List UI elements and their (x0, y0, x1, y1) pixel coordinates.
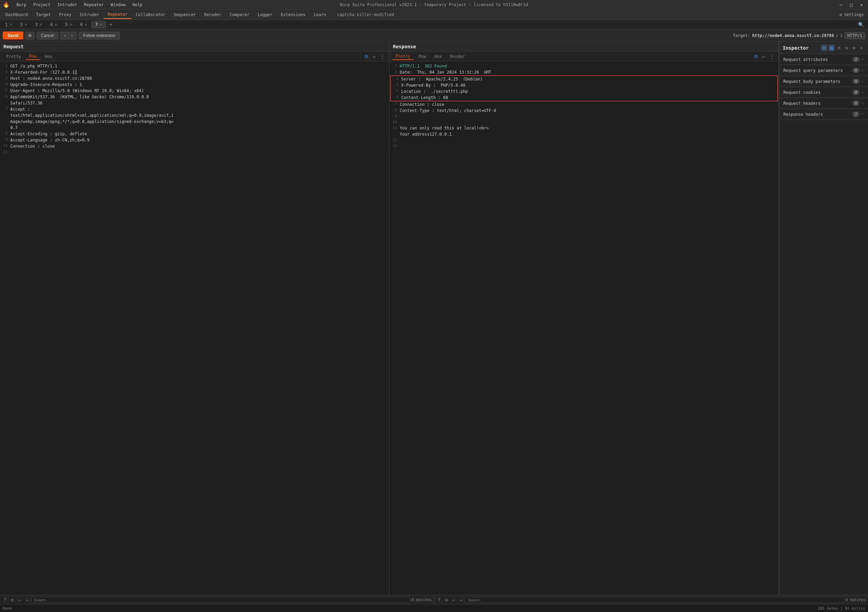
nav-settings[interactable]: ⚙ Settings (837, 12, 866, 17)
response-tab-pretty[interactable]: Pretty (392, 53, 414, 60)
request-help-btn[interactable]: ? (2, 597, 8, 603)
response-copy-icon[interactable]: ⧉ (753, 53, 759, 60)
request-line-2: 2 X-Forwarded-For :127.0.0.1 (0, 69, 389, 75)
target-help-icon[interactable]: ℹ (841, 33, 842, 38)
follow-redirection-button[interactable]: Follow redirection (79, 32, 120, 39)
inspector-request-attributes[interactable]: Request attributes 2 › (779, 54, 868, 65)
http-version-badge[interactable]: HTTP/1 (844, 32, 865, 39)
inspector-response-headers[interactable]: Response headers 7 › (779, 109, 868, 120)
edit-target-icon[interactable]: ✏ (836, 33, 838, 38)
response-forward-btn[interactable]: → (458, 597, 464, 603)
request-back-btn[interactable]: ← (16, 597, 22, 603)
response-help-btn[interactable]: ? (436, 597, 442, 603)
tab-search-icon[interactable]: 🔍 (855, 22, 866, 27)
request-code-area[interactable]: 1 GET /a.php HTTP/1.1 2 X-Forwarded-For … (0, 62, 389, 595)
request-search-input[interactable] (31, 597, 410, 603)
nav-dashboard[interactable]: Dashboard (2, 11, 32, 19)
request-tab-hex[interactable]: Hex (42, 53, 56, 60)
inspector-gear-icon[interactable]: ⚙ (851, 45, 857, 51)
nav-comparer[interactable]: Comparer (225, 11, 253, 19)
request-copy-icon[interactable]: ⧉ (363, 53, 370, 60)
inspector-grid1-icon[interactable]: ▦ (829, 45, 835, 51)
nav-bar: Dashboard Target Proxy Intruder Repeater… (0, 9, 868, 20)
tab-5[interactable]: 5× (61, 21, 76, 28)
request-line-11: 11 (0, 149, 389, 155)
status-size: 283 bytes | 91 millis (818, 606, 865, 610)
inspector-align-icon[interactable]: ≡ (836, 45, 842, 51)
nav-repeater[interactable]: Repeater (104, 11, 132, 19)
nav-target[interactable]: Target (32, 11, 55, 19)
send-settings-button[interactable]: ⚙ (25, 32, 35, 39)
nav-extensions[interactable]: Extensions (277, 11, 310, 19)
tab-1[interactable]: 1× (2, 21, 16, 28)
inspector-close-icon[interactable]: ✕ (859, 45, 865, 51)
menu-burp[interactable]: Burp (13, 2, 30, 8)
tab-7[interactable]: 7× (91, 21, 106, 28)
menu-intruder[interactable]: Intruder (54, 2, 81, 8)
title-bar-menu: Burp Project Intruder Repeater Window He… (13, 2, 146, 8)
nav-forward-icon[interactable]: › (70, 33, 74, 38)
inspector-query-params[interactable]: Request query parameters 0 › (779, 65, 868, 76)
target-url: http://node4.anna.nssctf.cn:28780 (752, 33, 834, 38)
send-button[interactable]: Send (3, 31, 23, 39)
inspector-body-params[interactable]: Request body parameters 0 › (779, 76, 868, 87)
nav-back-forward[interactable]: ‹ | › (60, 32, 77, 39)
status-done: Done (3, 606, 12, 610)
tab-6[interactable]: 6× (76, 21, 91, 28)
tab-add-button[interactable]: + (107, 20, 115, 28)
maximize-button[interactable]: □ (848, 1, 855, 9)
request-line-4: 4 Upgrade-Insecure-Requests : 1 (0, 82, 389, 88)
response-search-input[interactable] (465, 597, 844, 603)
response-back-btn[interactable]: ← (451, 597, 457, 603)
request-forward-btn[interactable]: → (24, 597, 30, 603)
inspector-cookies[interactable]: Request cookies 0 › (779, 87, 868, 98)
inspector-chevron-icon: › (862, 57, 864, 62)
nav-collaborator[interactable]: Collaborator (132, 11, 170, 19)
inspector-request-headers[interactable]: Request headers 8 › (779, 98, 868, 109)
inspector-chevron-icon: › (862, 112, 864, 116)
menu-window[interactable]: Window (107, 2, 129, 8)
response-line-4: 4 X-Powered-By : PHP/5.6.40 (391, 82, 777, 88)
inspector-chevron-icon: › (862, 90, 864, 95)
request-line-6b: Safari/537.36 (0, 100, 389, 106)
nav-extension-captcha[interactable]: captcha-killer-modified (333, 11, 398, 19)
response-tab-raw[interactable]: Raw (415, 53, 429, 60)
tab-2[interactable]: 2× (16, 21, 31, 28)
nav-sequencer[interactable]: Sequencer (170, 11, 200, 19)
request-line-9: 9 Accept-Language : zh-CN,zh;q=0.9 (0, 137, 389, 143)
menu-repeater[interactable]: Repeater (81, 2, 107, 8)
request-wrap-icon[interactable]: ↵ (371, 53, 377, 60)
response-line-11b: Your address127.0.0.1 (389, 131, 779, 137)
request-bottom-bar: ? ⚙ ← → 0 matches (0, 595, 434, 604)
menu-help[interactable]: Help (129, 2, 146, 8)
nav-decoder[interactable]: Decoder (200, 11, 226, 19)
response-tab-render[interactable]: Render (447, 53, 468, 60)
tab-4[interactable]: 4× (46, 21, 61, 28)
inspector-sort-icon[interactable]: ⇅ (844, 45, 850, 51)
request-more-icon[interactable]: ⋮ (378, 53, 386, 60)
close-button[interactable]: ✕ (858, 1, 865, 9)
request-settings-btn[interactable]: ⚙ (9, 597, 15, 603)
cancel-button[interactable]: Cancel (37, 32, 58, 39)
nav-learn[interactable]: Learn (310, 11, 330, 19)
nav-intruder[interactable]: Intruder (76, 11, 104, 19)
inspector-grid2-icon[interactable]: ⊞ (821, 45, 827, 51)
response-line-13: 13 (389, 143, 779, 149)
inspector-chevron-icon: › (862, 68, 864, 73)
main-content: Request Pretty Raw Hex ⧉ ↵ ⋮ 1 GET /a.ph… (0, 42, 868, 595)
tab-3[interactable]: 3× (31, 21, 46, 28)
request-tab-pretty[interactable]: Pretty (3, 53, 24, 60)
nav-back-icon[interactable]: ‹ (63, 33, 67, 38)
response-wrap-icon[interactable]: ↵ (760, 53, 767, 60)
response-highlight-box: 3 Server : Apache/2.4.25 (Debian) 4 X-Po… (390, 75, 778, 101)
minimize-button[interactable]: ─ (837, 1, 845, 9)
menu-project[interactable]: Project (30, 2, 54, 8)
response-tab-hex[interactable]: Hex (431, 53, 445, 60)
request-tab-raw[interactable]: Raw (26, 53, 40, 60)
nav-proxy[interactable]: Proxy (55, 11, 75, 19)
response-more-icon[interactable]: ⋮ (768, 53, 776, 60)
response-code-area[interactable]: 1 HTTP/1.1 302 Found 2 Date: Thu, 04 Jan… (389, 62, 779, 595)
nav-logger[interactable]: Logger (253, 11, 276, 19)
response-settings-btn[interactable]: ⚙ (443, 597, 450, 603)
inspector-title: Inspector (783, 45, 809, 51)
